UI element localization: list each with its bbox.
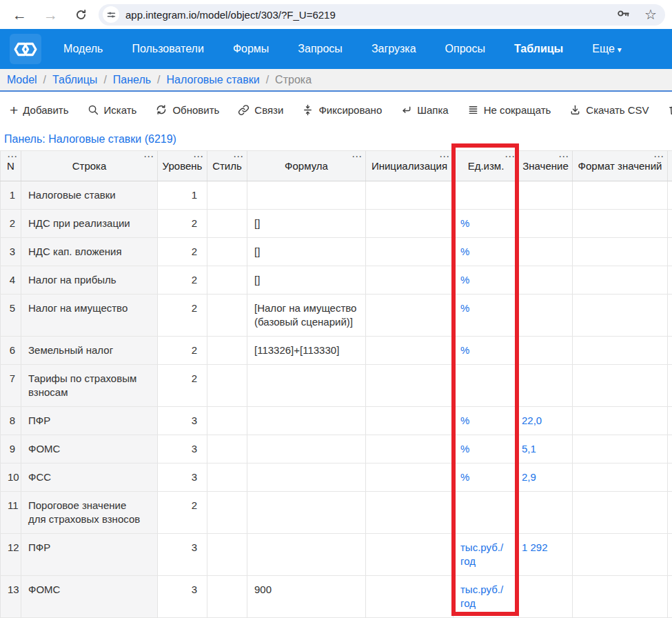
cell-style[interactable] bbox=[207, 181, 247, 210]
cell-formula[interactable]: 900 bbox=[247, 576, 366, 618]
url-text[interactable]: app.integram.io/model/object/303/?F_U=62… bbox=[125, 9, 616, 21]
cell-n[interactable]: 2 bbox=[1, 210, 21, 238]
cell-n[interactable]: 12 bbox=[1, 534, 21, 576]
breadcrumb-tables[interactable]: Таблицы bbox=[52, 74, 97, 86]
cell-name[interactable]: ПФР bbox=[21, 534, 158, 576]
cell-extra[interactable] bbox=[668, 492, 672, 534]
cell-format[interactable] bbox=[573, 534, 668, 576]
cell-format[interactable] bbox=[573, 492, 668, 534]
cell-extra[interactable] bbox=[668, 534, 672, 576]
cell-n[interactable]: 13 bbox=[1, 576, 21, 618]
cell-level[interactable]: 2 bbox=[158, 337, 207, 365]
cell-level[interactable]: 2 bbox=[158, 492, 207, 534]
cell-formula[interactable] bbox=[247, 492, 366, 534]
nav-item-users[interactable]: Пользователи bbox=[132, 43, 203, 55]
browser-forward-icon[interactable]: → bbox=[43, 8, 58, 22]
cell-level[interactable]: 3 bbox=[158, 534, 207, 576]
cell-style[interactable] bbox=[207, 492, 247, 534]
cell-init[interactable] bbox=[366, 435, 454, 464]
cell-level[interactable]: 3 bbox=[158, 407, 207, 435]
cell-init[interactable] bbox=[366, 266, 454, 295]
column-menu-icon[interactable]: ⋯ bbox=[505, 150, 516, 163]
cell-init[interactable] bbox=[366, 210, 454, 238]
bookmark-star-icon[interactable]: ☆ bbox=[644, 8, 657, 21]
cell-extra[interactable] bbox=[668, 181, 672, 210]
cell-value[interactable] bbox=[519, 181, 573, 210]
cell-format[interactable] bbox=[573, 407, 668, 435]
cell-level[interactable]: 2 bbox=[158, 238, 207, 266]
cell-extra[interactable] bbox=[668, 210, 672, 238]
cell-level[interactable]: 2 bbox=[158, 210, 207, 238]
nav-item-forms[interactable]: Формы bbox=[233, 43, 269, 55]
cell-level[interactable]: 3 bbox=[158, 435, 207, 464]
column-menu-icon[interactable]: ⋯ bbox=[143, 150, 154, 163]
cell-formula[interactable] bbox=[247, 534, 366, 576]
cell-formula[interactable] bbox=[247, 464, 366, 492]
cell-style[interactable] bbox=[207, 435, 247, 464]
cell-style[interactable] bbox=[207, 534, 247, 576]
cell-unit[interactable]: % bbox=[454, 238, 519, 266]
nav-item-more[interactable]: Еще▾ bbox=[592, 43, 622, 55]
cell-style[interactable] bbox=[207, 464, 247, 492]
cell-value[interactable]: 5,1 bbox=[519, 435, 573, 464]
nav-item-model[interactable]: Модель bbox=[63, 43, 103, 55]
cell-unit[interactable]: % bbox=[454, 464, 519, 492]
cell-unit[interactable]: % bbox=[454, 266, 519, 295]
cell-unit[interactable]: % bbox=[454, 295, 519, 337]
cell-level[interactable]: 2 bbox=[158, 266, 207, 295]
cell-unit[interactable]: % bbox=[454, 435, 519, 464]
cell-init[interactable] bbox=[366, 295, 454, 337]
column-menu-icon[interactable]: ⋯ bbox=[7, 150, 18, 163]
cell-format[interactable] bbox=[573, 576, 668, 618]
cell-style[interactable] bbox=[207, 365, 247, 407]
cell-value[interactable] bbox=[519, 365, 573, 407]
cell-format[interactable] bbox=[573, 435, 668, 464]
site-settings-icon[interactable] bbox=[103, 6, 119, 23]
cell-name[interactable]: Налог на имущество bbox=[21, 295, 158, 337]
cell-value[interactable]: 22,0 bbox=[519, 407, 573, 435]
cell-name[interactable]: ФОМС bbox=[21, 435, 158, 464]
download-csv-button[interactable]: Скачать CSV bbox=[569, 104, 649, 116]
relations-button[interactable]: Связи bbox=[238, 104, 283, 116]
cell-format[interactable] bbox=[573, 365, 668, 407]
cell-unit[interactable]: тыс.руб./ год bbox=[454, 576, 519, 618]
cell-n[interactable]: 10 bbox=[1, 464, 21, 492]
cell-value[interactable] bbox=[519, 492, 573, 534]
delete-button[interactable]: Удалить bbox=[668, 104, 672, 116]
cell-extra[interactable] bbox=[668, 337, 672, 365]
breadcrumb-tax-rates[interactable]: Налоговые ставки bbox=[167, 74, 260, 86]
cell-formula[interactable]: [] bbox=[247, 210, 366, 238]
cell-n[interactable]: 5 bbox=[1, 295, 21, 337]
cell-name[interactable]: Земельный налог bbox=[21, 337, 158, 365]
cell-value[interactable]: 1 292 bbox=[519, 534, 573, 576]
cell-n[interactable]: 11 bbox=[1, 492, 21, 534]
cell-style[interactable] bbox=[207, 407, 247, 435]
password-key-icon[interactable] bbox=[616, 6, 631, 23]
header-button[interactable]: Шапка bbox=[400, 104, 448, 116]
cell-n[interactable]: 1 bbox=[1, 181, 21, 210]
cell-init[interactable] bbox=[366, 492, 454, 534]
cell-formula[interactable]: [Налог на имущество (базовый сценарий)] bbox=[247, 295, 366, 337]
cell-name[interactable]: ПФР bbox=[21, 407, 158, 435]
nav-item-tables[interactable]: Таблицы bbox=[514, 43, 563, 55]
cell-value[interactable] bbox=[519, 210, 573, 238]
cell-format[interactable] bbox=[573, 266, 668, 295]
cell-style[interactable] bbox=[207, 210, 247, 238]
cell-unit[interactable] bbox=[454, 492, 519, 534]
cell-name[interactable]: ФОМС bbox=[21, 576, 158, 618]
cell-style[interactable] bbox=[207, 337, 247, 365]
cell-name[interactable]: ФСС bbox=[21, 464, 158, 492]
cell-init[interactable] bbox=[366, 407, 454, 435]
cell-init[interactable] bbox=[366, 181, 454, 210]
cell-extra[interactable] bbox=[668, 435, 672, 464]
cell-style[interactable] bbox=[207, 576, 247, 618]
cell-format[interactable] bbox=[573, 295, 668, 337]
cell-unit[interactable]: % bbox=[454, 210, 519, 238]
cell-formula[interactable]: [113326]+[113330] bbox=[247, 337, 366, 365]
cell-name[interactable]: Пороговое значение для страховых взносов bbox=[21, 492, 158, 534]
cell-style[interactable] bbox=[207, 295, 247, 337]
cell-format[interactable] bbox=[573, 337, 668, 365]
browser-back-icon[interactable]: ← bbox=[12, 8, 27, 22]
cell-level[interactable]: 1 bbox=[158, 181, 207, 210]
cell-n[interactable]: 4 bbox=[1, 266, 21, 295]
